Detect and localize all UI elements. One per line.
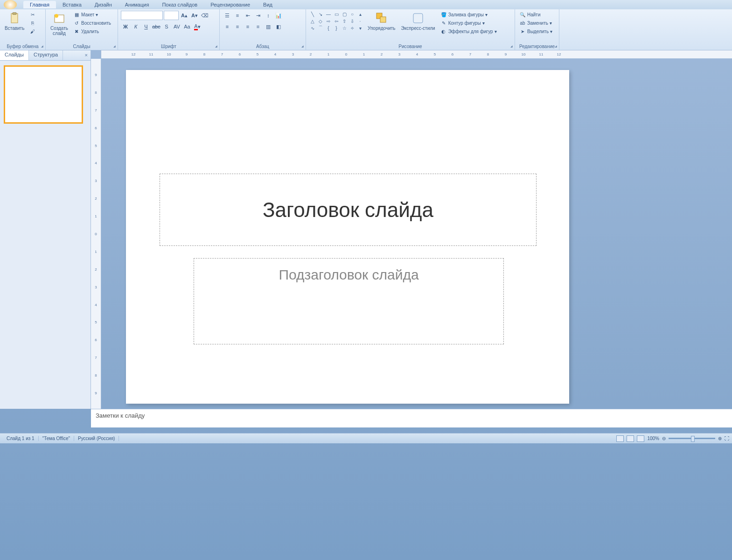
horizontal-ruler[interactable]: 1211109876543210123456789101112 xyxy=(101,50,732,59)
arrange-button[interactable]: Упорядочить xyxy=(366,11,397,32)
notes-pane[interactable]: Заметки к слайду xyxy=(91,409,732,427)
shape-curve-icon[interactable]: ∿ xyxy=(309,25,316,31)
panel-tab-slides[interactable]: Слайды xyxy=(0,50,29,60)
tab-view[interactable]: Вид xyxy=(257,1,279,8)
paste-button[interactable]: Вставить xyxy=(3,11,26,32)
cut-button[interactable]: ✂ xyxy=(28,11,37,18)
slide-canvas[interactable]: Заголовок слайда Подзаголовок слайда xyxy=(126,70,569,404)
group-paragraph: ☰ ≡ ⇤ ⇥ ↕ 📊 ≡ ≡ ≡ ≡ ▥ ◧ Абзац xyxy=(220,9,306,50)
shape-circle-icon[interactable]: ○ xyxy=(349,11,356,17)
shrink-font-button[interactable]: A▾ xyxy=(190,11,199,20)
zoom-in-button[interactable]: ⊕ xyxy=(718,436,722,441)
shape-fill-button[interactable]: 🪣Заливка фигуры ▾ xyxy=(439,11,498,18)
shape-roundrect-icon[interactable]: ▢ xyxy=(341,11,348,17)
zoom-slider[interactable] xyxy=(669,438,715,439)
tab-slideshow[interactable]: Показ слайдов xyxy=(155,1,204,8)
shape-triangle-icon[interactable]: △ xyxy=(309,18,316,24)
layout-button[interactable]: ▦Макет ▾ xyxy=(72,11,112,18)
ribbon: Вставить ✂ ⎘ 🖌 Буфер обмена Создать слай… xyxy=(0,9,732,50)
numbering-button[interactable]: ≡ xyxy=(233,11,242,20)
layout-icon: ▦ xyxy=(73,11,80,18)
reset-button[interactable]: ↺Восстановить xyxy=(72,19,112,27)
shape-star-icon[interactable]: ☆ xyxy=(341,25,348,31)
decrease-indent-button[interactable]: ⇤ xyxy=(243,11,252,20)
shapes-gallery[interactable]: ╲ ↘ — ▭ ▢ ○ ▴ △ ◇ ⇨ ⇦ ⇧ ⇩ · ∿ ⌒ { } ☆ ✧ xyxy=(309,11,364,31)
shape-more-mid-icon[interactable]: · xyxy=(356,18,364,24)
tab-design[interactable]: Дизайн xyxy=(88,1,119,8)
view-slideshow-button[interactable] xyxy=(637,435,644,442)
shape-arc-icon[interactable]: ⌒ xyxy=(317,25,324,31)
quick-styles-icon xyxy=(411,12,425,25)
align-center-button[interactable]: ≡ xyxy=(233,22,242,31)
shape-line-icon[interactable]: ╲ xyxy=(309,11,316,17)
shape-outline-button[interactable]: ✎Контур фигуры ▾ xyxy=(439,19,498,27)
format-painter-button[interactable]: 🖌 xyxy=(28,28,37,35)
ribbon-tabs: Главная Вставка Дизайн Анимация Показ сл… xyxy=(0,0,732,9)
bold-button[interactable]: Ж xyxy=(121,22,130,31)
tab-home[interactable]: Главная xyxy=(23,1,56,8)
panel-close-icon[interactable]: × xyxy=(85,52,88,58)
title-placeholder[interactable]: Заголовок слайда xyxy=(160,174,537,246)
tab-insert[interactable]: Вставка xyxy=(56,1,88,8)
shape-effects-button[interactable]: ◐Эффекты для фигур ▾ xyxy=(439,28,498,35)
justify-button[interactable]: ≡ xyxy=(253,22,263,31)
clear-format-button[interactable]: ⌫ xyxy=(200,11,209,20)
shape-more-up-icon[interactable]: ▴ xyxy=(356,11,364,17)
shape-darrow-icon[interactable]: ⇩ xyxy=(349,18,356,24)
zoom-out-button[interactable]: ⊖ xyxy=(662,436,666,441)
align-left-button[interactable]: ≡ xyxy=(223,22,232,31)
svg-point-3 xyxy=(55,14,58,18)
italic-button[interactable]: К xyxy=(131,22,140,31)
status-language[interactable]: Русский (Россия) xyxy=(74,436,119,441)
shape-larrow-icon[interactable]: ⇦ xyxy=(333,18,340,24)
bullets-button[interactable]: ☰ xyxy=(223,11,232,20)
shape-line2-icon[interactable]: — xyxy=(325,11,332,17)
increase-indent-button[interactable]: ⇥ xyxy=(253,11,263,20)
clipboard-icon xyxy=(8,12,21,25)
underline-button[interactable]: Ч xyxy=(141,22,151,31)
delete-button[interactable]: ✖Удалить xyxy=(72,28,112,35)
strike-button[interactable]: abc xyxy=(152,22,161,31)
select-button[interactable]: ➤Выделить ▾ xyxy=(518,28,554,35)
vertical-ruler[interactable]: 9876543210123456789 xyxy=(91,59,101,409)
shadow-button[interactable]: S xyxy=(162,22,171,31)
shape-rect-icon[interactable]: ▭ xyxy=(333,11,340,17)
shape-brace2-icon[interactable]: } xyxy=(333,25,340,31)
office-button[interactable] xyxy=(4,0,17,9)
shape-more-down-icon[interactable]: ▾ xyxy=(356,25,364,31)
change-case-button[interactable]: Aa xyxy=(182,22,192,31)
columns-button[interactable]: ▥ xyxy=(264,22,273,31)
font-name-input[interactable] xyxy=(121,11,163,20)
fit-button[interactable]: ⛶ xyxy=(725,436,729,441)
view-sorter-button[interactable] xyxy=(627,435,634,442)
find-button[interactable]: 🔍Найти xyxy=(518,11,554,18)
smartart-button[interactable]: ◧ xyxy=(274,22,283,31)
view-normal-button[interactable] xyxy=(616,435,624,442)
shape-brace-icon[interactable]: { xyxy=(325,25,332,31)
reset-icon: ↺ xyxy=(73,20,80,26)
group-editing: 🔍Найти abЗаменить ▾ ➤Выделить ▾ Редактир… xyxy=(515,9,559,50)
grow-font-button[interactable]: A▴ xyxy=(180,11,189,20)
subtitle-placeholder[interactable]: Подзаголовок слайда xyxy=(194,258,504,344)
panel-tab-outline[interactable]: Структура xyxy=(29,50,63,60)
line-spacing-button[interactable]: ↕ xyxy=(264,11,273,20)
new-slide-button[interactable]: Создать слайд xyxy=(49,11,70,37)
font-color-button[interactable]: A▾ xyxy=(193,22,202,31)
tab-review[interactable]: Рецензирование xyxy=(204,1,257,8)
shape-rarrow-icon[interactable]: ⇨ xyxy=(325,18,332,24)
shape-diamond-icon[interactable]: ◇ xyxy=(317,18,324,24)
text-direction-button[interactable]: 📊 xyxy=(274,11,283,20)
shape-uarrow-icon[interactable]: ⇧ xyxy=(341,18,348,24)
quick-styles-button[interactable]: Экспресс-стили xyxy=(399,11,437,32)
chart-icon: 📊 xyxy=(275,13,282,19)
slide-thumbnail[interactable] xyxy=(4,65,83,124)
svg-rect-1 xyxy=(13,13,16,14)
shape-arrow-icon[interactable]: ↘ xyxy=(317,11,324,17)
char-spacing-button[interactable]: AV xyxy=(172,22,181,31)
shape-callout-icon[interactable]: ✧ xyxy=(349,25,356,31)
align-right-button[interactable]: ≡ xyxy=(243,22,252,31)
font-size-input[interactable] xyxy=(164,11,179,20)
copy-button[interactable]: ⎘ xyxy=(28,19,37,27)
replace-button[interactable]: abЗаменить ▾ xyxy=(518,19,554,27)
tab-animation[interactable]: Анимация xyxy=(119,1,156,8)
